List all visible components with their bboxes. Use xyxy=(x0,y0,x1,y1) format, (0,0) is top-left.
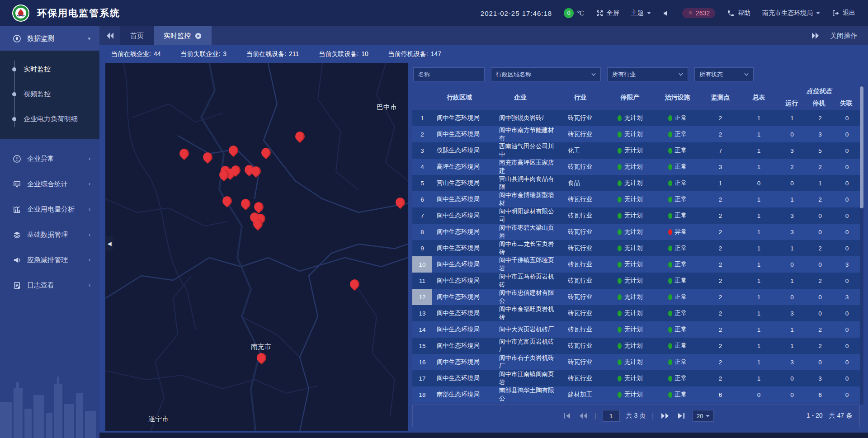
lost-cell: 3 xyxy=(834,256,860,273)
tab-realtime-monitor[interactable]: 实时监控 xyxy=(154,26,212,45)
column-header-run: 运行 xyxy=(778,97,805,110)
tab-home[interactable]: 首页 xyxy=(120,26,154,45)
double-chevron-right-icon[interactable] xyxy=(812,33,819,39)
logout-button[interactable]: 退出 xyxy=(832,9,855,17)
table-row[interactable]: 2 阆中生态环境局 阆中市南方节能建材有 砖瓦行业 无计划 正常 2 1 0 3… xyxy=(412,126,860,142)
tabs-scroll-left-button[interactable] xyxy=(99,26,120,45)
app-logo-icon xyxy=(12,4,30,22)
sidebar-item-log-view[interactable]: 日志查看 ‹ xyxy=(0,273,99,298)
sidebar-item-realtime-monitor[interactable]: 实时监控 xyxy=(0,57,99,82)
limit-status-cell: 无计划 xyxy=(606,175,654,191)
table-row[interactable]: 15 阆中生态环境局 阆中市光富页岩机砖厂 砖瓦行业 无计划 正常 2 1 1 … xyxy=(412,338,860,354)
sidebar-item-power-load-detail[interactable]: 企业电力负荷明细 xyxy=(0,107,99,132)
fullscreen-button[interactable]: 全屏 xyxy=(596,9,619,17)
stat-label: 当前失联企业: xyxy=(180,50,220,58)
map[interactable]: 巴中市 南充市 遂宁市 ◀ xyxy=(105,63,408,431)
next-page-button[interactable] xyxy=(660,412,670,420)
chevron-left-icon: ‹ xyxy=(89,257,90,263)
last-page-button[interactable] xyxy=(676,412,686,420)
industry-cell: 砖瓦行业 xyxy=(554,305,606,321)
total-pages-label: 共 3 页 xyxy=(626,412,646,420)
table-row[interactable]: 4 高坪生态环境局 南充市高坪区王家店建 砖瓦行业 无计划 正常 3 1 2 2… xyxy=(412,159,860,175)
table-row[interactable]: 13 阆中生态环境局 阆中市金福旺页岩机砖 砖瓦行业 无计划 正常 2 1 3 … xyxy=(412,305,860,321)
close-icon[interactable] xyxy=(195,33,202,39)
table-row[interactable]: 5 营山生态环境局 营山县润丰肉食品有限 食品 无计划 正常 1 0 0 1 0 xyxy=(412,175,860,191)
row-number-cell: 8 xyxy=(412,224,432,240)
table-row[interactable]: 3 仪陇生态环境局 西南油气田分公司川中 化工 无计划 正常 7 1 3 5 0 xyxy=(412,142,860,159)
lost-cell: 0 xyxy=(834,207,860,224)
page-size-select[interactable]: 20 xyxy=(693,410,714,422)
notification-count: 2632 xyxy=(696,9,710,17)
sidebar-item-emergency-reduction[interactable]: 应急减排管理 ‹ xyxy=(0,247,99,273)
table-row[interactable]: 6 阆中生态环境局 阆中市金博瑞新型墙材 砖瓦行业 无计划 正常 2 1 1 2… xyxy=(412,191,860,207)
sidebar-item-data-monitoring[interactable]: 数据监测 ▾ xyxy=(0,26,99,51)
limit-status-cell: 无计划 xyxy=(606,338,654,354)
name-filter-input[interactable] xyxy=(418,71,480,78)
table-row[interactable]: 16 阆中生态环境局 阆中市石子页岩机砖厂 砖瓦行业 无计划 正常 2 1 3 … xyxy=(412,354,860,370)
column-header-lost: 失联 xyxy=(833,97,860,110)
stop-cell: 1 xyxy=(806,175,834,191)
limit-status-cell: 无计划 xyxy=(606,354,654,370)
table-row[interactable]: 11 阆中生态环境局 阆中市五马桥页岩机砖 砖瓦行业 无计划 正常 2 1 1 … xyxy=(412,273,860,289)
region-filter-select[interactable]: 行政区域名称 xyxy=(491,67,601,81)
sidebar-item-video-monitor[interactable]: 视频监控 xyxy=(0,82,99,107)
sidebar-item-base-data[interactable]: 基础数据管理 ‹ xyxy=(0,222,99,247)
table-row[interactable]: 8 阆中生态环境局 阆中市枣碧大梁山页岩 砖瓦行业 无计划 异常 2 1 3 0… xyxy=(412,224,860,240)
page-number-input[interactable] xyxy=(603,410,620,422)
status-dot-icon xyxy=(618,148,622,154)
theme-dropdown[interactable]: 主题 xyxy=(631,9,651,17)
status-dot-icon xyxy=(668,311,672,316)
region-cell: 阆中生态环境局 xyxy=(432,256,486,273)
meter-cell: 1 xyxy=(740,289,778,305)
filter-bar: 行政区域名称 所有行业 所有状态 xyxy=(413,67,754,81)
facility-status-cell: 正常 xyxy=(654,191,701,207)
prev-page-button[interactable] xyxy=(578,412,588,420)
stop-cell: 5 xyxy=(806,142,834,159)
limit-status-cell: 无计划 xyxy=(606,386,654,403)
industry-cell: 砖瓦行业 xyxy=(554,224,606,240)
close-operations-button[interactable]: 关闭操作 xyxy=(830,32,857,40)
status-dot-icon xyxy=(618,245,622,251)
map-collapse-handle[interactable]: ◀ xyxy=(105,236,113,251)
table-row[interactable]: 7 阆中生态环境局 阆中明阳建材有限公司 砖瓦行业 无计划 正常 2 1 3 0… xyxy=(412,207,860,224)
sidebar-item-enterprise-statistics[interactable]: 企业综合统计 ‹ xyxy=(0,171,99,197)
status-dot-icon xyxy=(618,197,622,203)
scrollbar-thumb[interactable] xyxy=(860,86,863,208)
mute-button[interactable] xyxy=(663,9,670,17)
sidebar-item-enterprise-abnormal[interactable]: 企业异常 ‹ xyxy=(0,146,99,171)
stat-item: 当前失联企业: 3 xyxy=(180,50,226,58)
status-dot-icon xyxy=(668,343,672,349)
row-number-cell: 1 xyxy=(412,110,432,126)
status-filter-select[interactable]: 所有状态 xyxy=(694,67,754,81)
industry-filter-select[interactable]: 所有行业 xyxy=(607,67,688,81)
run-cell: 1 xyxy=(778,110,806,126)
run-cell: 0 xyxy=(778,126,806,142)
limit-status-cell: 无计划 xyxy=(606,159,654,175)
chevron-down-icon xyxy=(679,73,683,76)
table-row[interactable]: 1 阆中生态环境局 阆中强锐页岩砖厂 砖瓦行业 无计划 正常 2 1 1 2 0 xyxy=(412,110,860,126)
table-row[interactable]: 12 阆中生态环境局 阆中市忠信建材有限公 砖瓦行业 无计划 正常 2 1 0 … xyxy=(412,289,860,305)
industry-cell: 建材加工 xyxy=(554,386,606,403)
table-row[interactable]: 18 南部生态环境局 南部县鸿华土陶有限公 建材加工 无计划 正常 6 0 0 … xyxy=(412,386,860,403)
company-cell: 阆中市江南镇阆南页岩 xyxy=(486,370,554,386)
lost-cell: 0 xyxy=(834,321,860,338)
chevron-down-icon xyxy=(591,73,596,76)
region-cell: 阆中生态环境局 xyxy=(432,273,486,289)
limit-status-cell: 无计划 xyxy=(606,273,654,289)
help-button[interactable]: 帮助 xyxy=(727,9,750,17)
lost-cell: 0 xyxy=(834,273,860,289)
table-row[interactable]: 14 阆中生态环境局 阆中大兴页岩机砖厂 砖瓦行业 无计划 正常 2 1 1 2… xyxy=(412,321,860,338)
sidebar-item-power-analysis[interactable]: 企业用电量分析 ‹ xyxy=(0,197,99,222)
org-dropdown[interactable]: 南充市生态环境局 xyxy=(762,9,820,17)
company-cell: 阆中市金博瑞新型墙材 xyxy=(486,191,554,207)
row-number-cell: 15 xyxy=(412,338,432,354)
pagination-bar: | 共 3 页 | 20 1 - 20 xyxy=(412,405,860,427)
table-row[interactable]: 9 阆中生态环境局 阆中市二龙长宝页岩砖 砖瓦行业 无计划 正常 2 1 1 2… xyxy=(412,240,860,256)
industry-cell: 砖瓦行业 xyxy=(554,110,606,126)
status-dot-icon xyxy=(668,278,672,284)
table-scrollbar[interactable] xyxy=(860,85,863,405)
first-page-button[interactable] xyxy=(562,412,572,420)
table-row[interactable]: 17 阆中生态环境局 阆中市江南镇阆南页岩 砖瓦行业 无计划 正常 2 1 0 … xyxy=(412,370,860,386)
table-row[interactable]: 10 阆中生态环境局 阆中千佛镇五郎垭页岩 砖瓦行业 无计划 正常 2 1 0 … xyxy=(412,256,860,273)
notification-badge[interactable]: 2632 xyxy=(682,8,715,18)
